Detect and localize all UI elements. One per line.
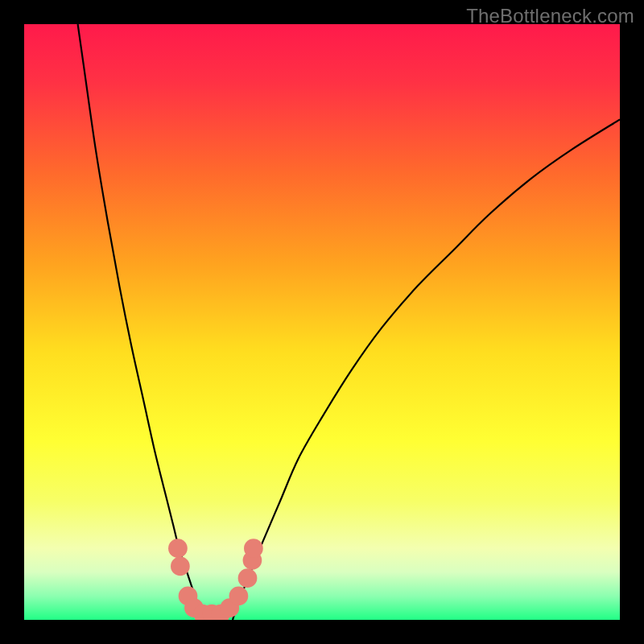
curve-left-branch bbox=[78, 24, 203, 620]
valley-marker bbox=[238, 568, 258, 588]
curve-series bbox=[78, 24, 620, 620]
chart-svg bbox=[24, 24, 620, 620]
valley-marker bbox=[168, 539, 188, 558]
marker-series bbox=[168, 539, 263, 620]
outer-frame: TheBottleneck.com bbox=[0, 0, 644, 644]
valley-marker bbox=[229, 587, 249, 606]
plot-area bbox=[24, 24, 620, 620]
watermark-text: TheBottleneck.com bbox=[466, 5, 634, 27]
valley-marker bbox=[244, 539, 263, 558]
curve-right-branch bbox=[233, 119, 620, 620]
valley-marker bbox=[171, 557, 190, 576]
